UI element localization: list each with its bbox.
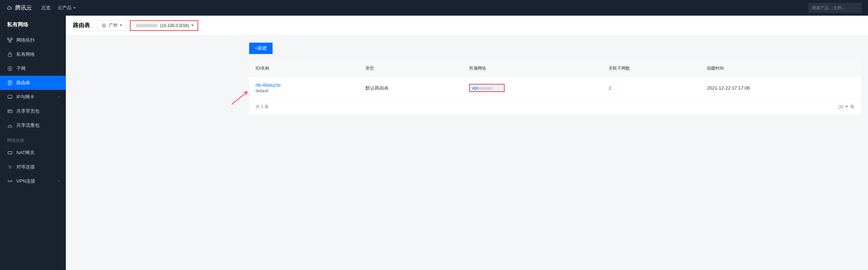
sidebar-item-subnet[interactable]: 子网 xyxy=(0,61,66,76)
svg-rect-6 xyxy=(8,95,12,98)
nav-overview[interactable]: 总览 xyxy=(41,5,51,11)
total-count-label: 共 1 条 xyxy=(256,104,269,110)
sidebar-item-peering[interactable]: 对等连接 xyxy=(0,160,66,174)
sidebar-item-route-table[interactable]: 路由表 xyxy=(0,76,66,90)
sidebar-item-label: VPN连接 xyxy=(16,178,35,184)
chevron-down-icon xyxy=(73,7,76,9)
sidebar-item-label: 共享带宽包 xyxy=(16,108,40,114)
vpc-selector[interactable]: (10.100.0.0/16) xyxy=(130,20,198,31)
sidebar-item-label: NAT网关 xyxy=(16,150,35,156)
nat-icon xyxy=(7,150,13,156)
sidebar-item-label: 私有网络 xyxy=(16,51,35,58)
route-table-name: default xyxy=(256,88,353,93)
bandwidth-icon xyxy=(7,108,13,114)
col-vpc: 所属网络 xyxy=(463,60,603,77)
vpc-cidr-label: (10.100.0.0/16) xyxy=(160,23,189,28)
peering-icon xyxy=(7,164,13,170)
subnet-count-link[interactable]: 2 xyxy=(609,85,611,91)
globe-icon xyxy=(7,66,13,71)
top-nav: 腾讯云 总览 云产品 xyxy=(0,0,868,16)
vpn-icon xyxy=(7,178,13,184)
chevron-down-icon xyxy=(191,25,194,26)
brand-logo[interactable]: 腾讯云 xyxy=(6,4,32,12)
sidebar-item-label: 对等连接 xyxy=(16,164,35,170)
pagination: 共 1 条 20 条 xyxy=(249,99,861,114)
nav-products[interactable]: 云产品 xyxy=(58,5,76,11)
sidebar-title: 私有网络 xyxy=(0,16,66,33)
sidebar-group-network-connect: 网络连接 xyxy=(0,133,66,146)
svg-point-9 xyxy=(8,180,9,182)
svg-rect-7 xyxy=(8,110,12,113)
vpc-link[interactable]: vpc- xyxy=(469,84,505,92)
traffic-icon xyxy=(7,123,13,128)
sidebar-item-vpn[interactable]: VPN连接 xyxy=(0,174,66,188)
chevron-down-icon xyxy=(57,94,61,100)
doc-icon xyxy=(7,80,13,86)
page-title: 路由表 xyxy=(73,22,90,29)
page-size-value[interactable]: 20 xyxy=(838,104,843,109)
sidebar-item-nat-gateway[interactable]: NAT网关 xyxy=(0,146,66,160)
svg-rect-3 xyxy=(8,54,12,56)
main-content: 路由表 广州 (10.100.0.0/16) +新建 xyxy=(66,16,868,270)
sidebar-item-label: 子网 xyxy=(16,65,26,72)
chevron-down-icon xyxy=(845,106,848,108)
sidebar-item-vpc[interactable]: 私有网络 xyxy=(0,47,66,61)
sidebar-item-label: 网络拓扑 xyxy=(16,37,35,43)
chevron-down-icon xyxy=(57,179,61,184)
sidebar-item-label: 共享流量包 xyxy=(16,122,40,129)
svg-point-10 xyxy=(11,180,12,182)
sidebar: 私有网络 网络拓扑 私有网络 子网 路由表 IP与网卡 共享带宽包 xyxy=(0,16,66,270)
globe-icon xyxy=(101,23,107,28)
brand-text: 腾讯云 xyxy=(15,4,32,12)
table-row: rtb-49xtuz3c default 默认路由表 vpc- 2 2021-1… xyxy=(249,77,861,99)
redacted-vpc-name xyxy=(136,24,157,27)
global-search-input[interactable] xyxy=(808,3,862,13)
col-subnet-count: 关联子网数 xyxy=(602,60,700,77)
cloud-icon xyxy=(6,5,12,11)
route-table-id-link[interactable]: rtb-49xtuz3c xyxy=(256,82,281,88)
page-size-unit: 条 xyxy=(850,104,854,110)
route-table-panel: ID/名称 类型 所属网络 关联子网数 创建时间 rtb-49xtuz3c de… xyxy=(249,60,861,114)
col-created: 创建时间 xyxy=(700,60,861,77)
sidebar-item-label: 路由表 xyxy=(16,80,30,86)
lock-icon xyxy=(7,52,13,57)
topology-icon xyxy=(7,37,13,43)
route-table: ID/名称 类型 所属网络 关联子网数 创建时间 rtb-49xtuz3c de… xyxy=(249,60,861,99)
cell-type: 默认路由表 xyxy=(359,77,462,99)
chevron-down-icon xyxy=(120,25,122,26)
sidebar-item-topology[interactable]: 网络拓扑 xyxy=(0,33,66,47)
svg-rect-2 xyxy=(9,41,11,42)
new-button[interactable]: +新建 xyxy=(249,43,273,54)
page-header: 路由表 广州 (10.100.0.0/16) xyxy=(66,16,868,36)
col-type: 类型 xyxy=(359,60,462,77)
nic-icon xyxy=(7,94,13,100)
sidebar-item-ip-eni[interactable]: IP与网卡 xyxy=(0,90,66,104)
svg-rect-0 xyxy=(7,38,9,39)
sidebar-item-bandwidth-package[interactable]: 共享带宽包 xyxy=(0,104,66,118)
svg-rect-1 xyxy=(11,38,12,39)
region-label: 广州 xyxy=(109,22,117,28)
sidebar-item-traffic-package[interactable]: 共享流量包 xyxy=(0,118,66,133)
sidebar-item-label: IP与网卡 xyxy=(16,94,35,100)
region-selector[interactable]: 广州 xyxy=(97,20,126,31)
col-id-name: ID/名称 xyxy=(249,60,359,77)
svg-rect-8 xyxy=(8,152,12,154)
cell-created: 2021-12-22 17:17:06 xyxy=(700,77,861,99)
annotation-arrow xyxy=(230,90,249,106)
